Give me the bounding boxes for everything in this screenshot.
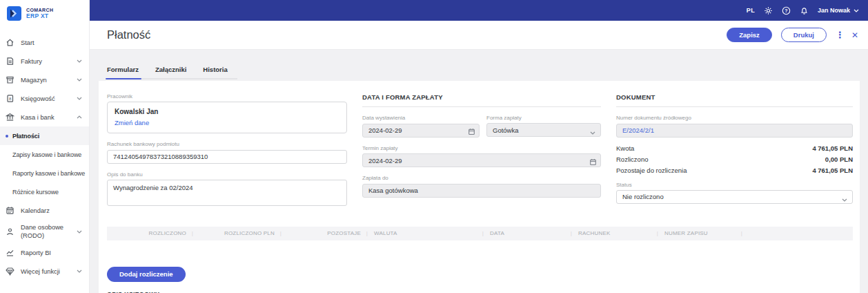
page-header: Płatność Zapisz Drukuj ⋮ ✕ [90,21,868,50]
person-icon [5,227,14,236]
chevron-down-icon [77,230,82,234]
sidebar-item-ksiegowosc[interactable]: 8 Księgowość [0,89,89,108]
save-button[interactable]: Zapisz [727,28,772,42]
sidebar-subitem-label: Płatności [12,133,39,140]
amount-label: Kwota [616,144,634,152]
tabs-bar: Formularz Załączniki Historia [107,66,237,79]
sidebar-item-label: Dane osobowe (RODO) [21,223,72,240]
sidebar-nav: Start Faktury Magazyn 8 Księgowość Kasa … [0,33,89,281]
status-value: Nie rozliczono [622,193,664,200]
home-icon [5,38,14,47]
settlements-table-header: ROZLICZONO ROZLICZONO PLN POZOSTAJE WALU… [107,227,853,240]
sidebar-item-faktury[interactable]: Faktury [0,52,89,70]
sidebar-item-wiecej-funkcji[interactable]: Więcej funkcji [0,262,89,281]
sidebar-subitem-label: Raporty kasowe i bankowe [12,170,85,177]
sidebar-item-label: Więcej funkcji [21,268,60,275]
app-logo-text: COMARCH ERP XT [26,8,53,20]
employee-card: Kowalski Jan Zmień dane [107,102,347,133]
diamond-icon [5,267,14,276]
status-select[interactable]: Nie rozliczono [616,190,853,204]
tab-historia[interactable]: Historia [203,66,227,78]
sidebar-subitem-label: Różnice kursowe [12,189,59,196]
main-area: PL ? Jan Nowak Płatność Zapisz Drukuj ⋮ … [90,0,868,293]
chevron-down-icon [77,97,82,100]
sidebar-subitem-zapisy[interactable]: Zapisy kasowe i bankowe [0,145,89,164]
content-area: Formularz Załączniki Historia Pracownik … [90,50,868,293]
chevron-down-icon [77,59,82,63]
sidebar: COMARCH ERP XT Start Faktury Magazyn 8 K… [0,0,90,293]
settings-gear-icon[interactable] [764,6,773,15]
column-numer-zapisu: NUMER ZAPISU [658,227,742,240]
form-card: Pracownik Kowalski Jan Zmień dane Rachun… [99,81,860,293]
chevron-up-icon [77,115,82,119]
notifications-bell-icon[interactable] [800,6,809,15]
column-rozliczono-pln: ROZLICZONO PLN [193,227,282,240]
due-date-input[interactable] [362,153,601,167]
payment-form-select[interactable]: Gotówka [486,123,601,137]
svg-text:?: ? [785,8,787,13]
add-settlement-button[interactable]: Dodaj rozliczenie [107,267,186,282]
column-spacer [742,227,853,240]
close-icon[interactable]: ✕ [851,30,858,40]
user-menu[interactable]: Jan Nowak [818,7,859,14]
sidebar-item-kasa-i-bank[interactable]: Kasa i bank [0,108,89,126]
pay-to-label: Zapłata do [362,175,601,181]
column-waluta: WALUTA [368,227,484,240]
language-selector[interactable]: PL [747,7,755,14]
sidebar-item-kalendarz[interactable]: Kalendarz [0,201,89,220]
sidebar-item-label: Kalendarz [21,207,50,214]
issue-date-input[interactable] [362,124,480,138]
more-options-kebab-icon[interactable]: ⋮ [836,30,842,40]
calendar-picker-icon[interactable] [589,156,597,169]
settled-value: 0,00 PLN [825,155,853,163]
warehouse-icon [5,75,14,84]
sidebar-item-dane-osobowe[interactable]: Dane osobowe (RODO) [0,220,89,243]
sidebar-subitem-raporty-kasowe[interactable]: Raporty kasowe i bankowe [0,164,89,182]
active-item-bullet [6,135,8,138]
sidebar-item-raporty-bi[interactable]: Raporty BI [0,243,89,262]
bank-description-textarea[interactable]: Wynagrodzenie za 02/2024 [107,180,347,206]
amount-value: 4 761,05 PLN [812,144,853,152]
chevron-down-icon [77,78,82,82]
brand-line2: ERP XT [26,13,53,20]
sidebar-item-magazyn[interactable]: Magazyn [0,70,89,89]
sidebar-subitem-roznice-kursowe[interactable]: Różnice kursowe [0,182,89,201]
bi-chart-icon [5,248,14,257]
column-data: DATA [484,227,572,240]
comarch-logo-icon [7,6,21,21]
column-pozostaje: POZOSTAJE [282,227,368,240]
bank-description-label: Opis do banku [107,171,347,178]
tab-formularz[interactable]: Formularz [107,66,139,78]
settled-label: Rozliczono [616,155,648,163]
app-logo[interactable]: COMARCH ERP XT [0,0,89,28]
sidebar-subitem-label: Zapisy kasowe i bankowe [12,151,81,158]
calendar-picker-icon[interactable] [468,126,475,138]
chevron-down-icon [854,9,859,12]
accounting-section-title: OPIS KSIĘGOWY [107,291,853,293]
sidebar-item-label: Kasa i bank [21,114,55,121]
print-button[interactable]: Drukuj [781,28,827,42]
user-name: Jan Nowak [818,7,850,14]
tab-zalaczniki[interactable]: Załączniki [155,66,186,78]
calendar-icon [5,206,14,215]
sidebar-item-label: Faktury [21,58,42,65]
employee-name: Kowalski Jan [115,108,339,115]
column-rozliczono: ROZLICZONO [107,227,193,240]
employee-label: Pracownik [107,93,347,100]
source-number-label: Numer dokumentu źródłowego [616,115,853,121]
svg-text:8: 8 [8,96,11,101]
change-employee-link[interactable]: Zmień dane [115,119,339,126]
issue-date-label: Data wystawienia [362,115,480,121]
bank-icon [5,113,14,122]
chevron-down-icon [77,270,82,273]
bank-account-input[interactable] [107,150,347,164]
sidebar-item-label: Start [21,39,34,46]
sidebar-subitem-platnosci[interactable]: Płatności [0,126,89,145]
page-title: Płatność [107,28,150,41]
sidebar-item-label: Księgowość [21,95,55,102]
source-number-input[interactable] [616,124,853,138]
pay-to-input[interactable] [362,184,601,198]
sidebar-item-start[interactable]: Start [0,33,89,52]
accounting-icon: 8 [5,94,14,103]
help-icon[interactable]: ? [782,6,791,15]
